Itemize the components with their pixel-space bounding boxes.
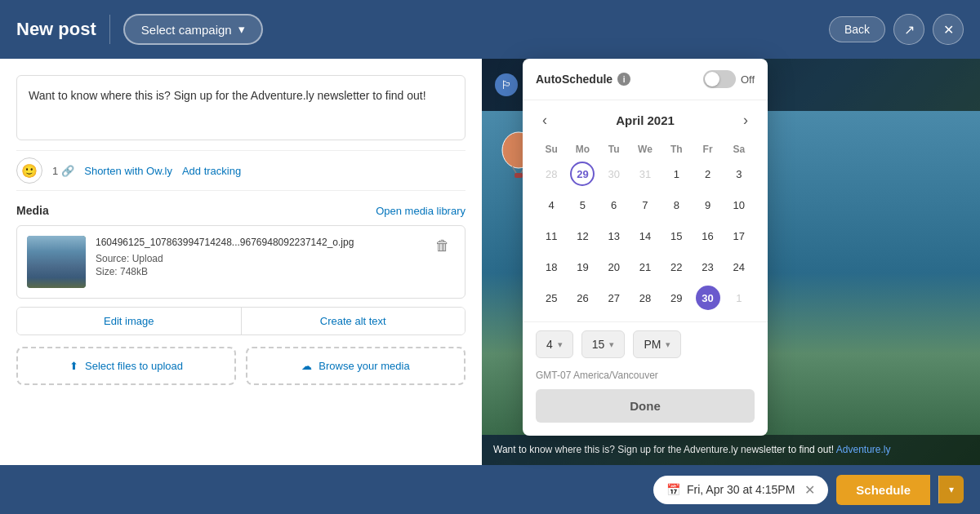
media-filename: 160496125_107863994714248...967694809223… bbox=[96, 236, 421, 250]
calendar-day-cell[interactable]: 1 bbox=[724, 282, 755, 313]
calendar-day-cell[interactable]: 24 bbox=[724, 251, 755, 282]
calendar-day-cell[interactable]: 4 bbox=[536, 189, 567, 220]
calendar-day-cell[interactable]: 30 bbox=[599, 158, 630, 189]
browse-media-button[interactable]: ☁ Browse your media bbox=[246, 347, 466, 385]
calendar-day-cell[interactable]: 26 bbox=[567, 282, 598, 313]
hour-arrow: ▾ bbox=[558, 339, 563, 350]
calendar-day-header: Th bbox=[661, 140, 692, 158]
ampm-arrow: ▾ bbox=[666, 339, 670, 350]
back-button[interactable]: Back bbox=[829, 16, 885, 42]
next-month-icon: › bbox=[743, 112, 748, 128]
header-right: Back ↗ ✕ bbox=[829, 14, 964, 45]
calendar-body: ‹ April 2021 › SuMoTuWeThFrSa 2829303112… bbox=[523, 100, 768, 321]
calendar-day-header: Tu bbox=[599, 140, 630, 158]
adventure-link[interactable]: Adventure.ly bbox=[836, 444, 891, 455]
shorten-link[interactable]: Shorten with Ow.ly bbox=[84, 165, 172, 177]
header-bar: New post Select campaign ▾ Back ↗ ✕ bbox=[0, 0, 980, 59]
calendar-day-cell[interactable]: 21 bbox=[630, 251, 661, 282]
calendar-day-cell[interactable]: 28 bbox=[536, 158, 567, 189]
toggle-label: Off bbox=[741, 73, 755, 86]
post-text-area[interactable]: Want to know where this is? Sign up for … bbox=[16, 75, 466, 140]
calendar-icon: 📅 bbox=[666, 483, 680, 496]
info-icon[interactable]: i bbox=[617, 73, 630, 86]
close-button[interactable]: ✕ bbox=[933, 14, 964, 45]
done-button[interactable]: Done bbox=[536, 389, 755, 423]
flag-icon: 🏳 bbox=[495, 73, 518, 96]
arrow-icon: ↗ bbox=[904, 22, 915, 38]
calendar-week-row: 2526272829301 bbox=[536, 282, 755, 313]
calendar-day-cell[interactable]: 29 bbox=[661, 282, 692, 313]
calendar-week-row: 28293031123 bbox=[536, 158, 755, 189]
ampm-selector[interactable]: PM ▾ bbox=[633, 330, 681, 358]
create-alt-text-button[interactable]: Create alt text bbox=[242, 308, 466, 335]
delete-media-button[interactable]: 🗑 bbox=[430, 236, 455, 256]
calendar-day-cell[interactable]: 27 bbox=[599, 282, 630, 313]
schedule-button[interactable]: Schedule bbox=[836, 475, 930, 505]
select-files-button[interactable]: ⬆ Select files to upload bbox=[16, 347, 236, 385]
calendar-day-cell[interactable]: 31 bbox=[630, 158, 661, 189]
calendar-day-cell[interactable]: 6 bbox=[599, 189, 630, 220]
chevron-down-icon: ▾ bbox=[238, 22, 245, 37]
calendar-day-cell[interactable]: 13 bbox=[599, 220, 630, 251]
select-campaign-label: Select campaign bbox=[141, 23, 232, 37]
calendar-day-cell[interactable]: 15 bbox=[661, 220, 692, 251]
media-thumbnail bbox=[27, 236, 86, 288]
schedule-dropdown-button[interactable]: ▾ bbox=[938, 476, 964, 503]
add-tracking-link[interactable]: Add tracking bbox=[182, 165, 241, 177]
calendar-day-cell[interactable]: 19 bbox=[567, 251, 598, 282]
edit-image-button[interactable]: Edit image bbox=[17, 308, 242, 335]
calendar-day-cell[interactable]: 8 bbox=[661, 189, 692, 220]
autoschedule-toggle[interactable] bbox=[703, 70, 736, 88]
calendar-day-cell[interactable]: 7 bbox=[630, 189, 661, 220]
calendar-day-cell[interactable]: 12 bbox=[567, 220, 598, 251]
thumbnail-image bbox=[27, 236, 86, 288]
calendar-day-cell[interactable]: 29 bbox=[567, 158, 598, 189]
calendar-day-cell[interactable]: 17 bbox=[724, 220, 755, 251]
schedule-date-close-icon[interactable]: ✕ bbox=[804, 482, 815, 498]
link-icon: 🔗 bbox=[61, 165, 74, 177]
calendar-day-cell[interactable]: 14 bbox=[630, 220, 661, 251]
calendar-day-cell[interactable]: 9 bbox=[692, 189, 723, 220]
calendar-day-cell[interactable]: 20 bbox=[599, 251, 630, 282]
prev-month-button[interactable]: ‹ bbox=[536, 109, 554, 132]
calendar-day-cell[interactable]: 25 bbox=[536, 282, 567, 313]
calendar-day-cell[interactable]: 22 bbox=[661, 251, 692, 282]
toggle-off-group: Off bbox=[703, 70, 755, 88]
calendar-day-cell[interactable]: 3 bbox=[724, 158, 755, 189]
calendar-day-cell[interactable]: 2 bbox=[692, 158, 723, 189]
minute-selector[interactable]: 15 ▾ bbox=[581, 330, 626, 358]
select-campaign-button[interactable]: Select campaign ▾ bbox=[123, 14, 263, 45]
hour-selector[interactable]: 4 ▾ bbox=[536, 330, 573, 358]
calendar-day-cell[interactable]: 5 bbox=[567, 189, 598, 220]
calendar-day-cell[interactable]: 11 bbox=[536, 220, 567, 251]
open-media-library-link[interactable]: Open media library bbox=[376, 205, 466, 217]
calendar-day-cell[interactable]: 30 bbox=[692, 282, 723, 313]
toggle-thumb bbox=[705, 72, 719, 86]
header-divider bbox=[109, 15, 110, 44]
media-size: Size: 748kB bbox=[96, 266, 421, 277]
calendar-header-row: SuMoTuWeThFrSa bbox=[536, 140, 755, 158]
media-section: Media Open media library 160496125_10786… bbox=[16, 204, 466, 335]
preview-post-text: Want to know where this is? Sign up for … bbox=[482, 435, 980, 465]
timezone-label: GMT-07 America/Vancouver bbox=[523, 366, 768, 389]
content-area: Want to know where this is? Sign up for … bbox=[0, 59, 980, 465]
calendar-day-cell[interactable]: 10 bbox=[724, 189, 755, 220]
calendar-nav: ‹ April 2021 › bbox=[536, 109, 755, 132]
upload-section: ⬆ Select files to upload ☁ Browse your m… bbox=[16, 347, 466, 385]
minute-value: 15 bbox=[592, 338, 605, 351]
schedule-date-pill[interactable]: 📅 Fri, Apr 30 at 4:15PM ✕ bbox=[653, 476, 828, 504]
emoji-button[interactable]: 🙂 bbox=[16, 157, 42, 184]
prev-month-icon: ‹ bbox=[542, 112, 547, 128]
bottom-bar: 📅 Fri, Apr 30 at 4:15PM ✕ Schedule ▾ bbox=[0, 465, 980, 514]
next-month-button[interactable]: › bbox=[737, 109, 755, 132]
calendar-grid: SuMoTuWeThFrSa 2829303112345678910111213… bbox=[536, 140, 755, 313]
calendar-day-cell[interactable]: 1 bbox=[661, 158, 692, 189]
calendar-day-cell[interactable]: 28 bbox=[630, 282, 661, 313]
calendar-day-cell[interactable]: 16 bbox=[692, 220, 723, 251]
calendar-day-cell[interactable]: 18 bbox=[536, 251, 567, 282]
svg-rect-4 bbox=[514, 173, 523, 178]
arrow-icon-button[interactable]: ↗ bbox=[893, 14, 924, 45]
media-item: 160496125_107863994714248...967694809223… bbox=[16, 225, 466, 299]
minute-arrow: ▾ bbox=[609, 339, 614, 350]
calendar-day-cell[interactable]: 23 bbox=[692, 251, 723, 282]
